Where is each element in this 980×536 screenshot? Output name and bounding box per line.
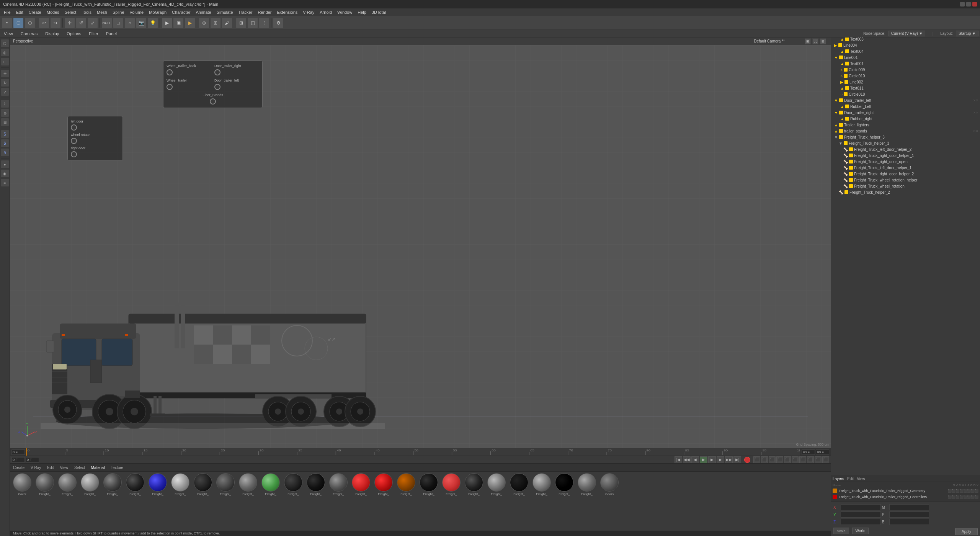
next-frame-btn[interactable]: ▶: [717, 456, 724, 463]
wheel-trailer-back-knob[interactable]: [167, 69, 173, 75]
next-key-btn[interactable]: ▶▶: [725, 456, 733, 463]
tool-live-select[interactable]: ◎: [1, 48, 9, 57]
prev-frame-btn[interactable]: ◀: [691, 456, 699, 463]
render-region[interactable]: ▣: [173, 18, 184, 28]
record-btn[interactable]: [744, 457, 750, 463]
tool-spline-3[interactable]: §: [1, 148, 9, 157]
material-freight-18[interactable]: Freight_: [554, 473, 575, 496]
scene-tree[interactable]: ▲ Text002 ⬛⬛⬛⬛ ▶ Line003 ▲ Text003 ▶ Lin…: [831, 23, 980, 475]
door-trailer-left-knob[interactable]: [214, 84, 220, 90]
close-btn[interactable]: [972, 2, 977, 7]
tool-scale[interactable]: ⤢: [87, 18, 98, 28]
transport-extra-4[interactable]: ⬛: [776, 456, 783, 463]
tree-item-rubber-left[interactable]: ▲ Rubber_Left: [831, 103, 980, 109]
tb2-cameras[interactable]: Cameras: [18, 31, 40, 37]
layer-geometry[interactable]: Freight_Truck_with_Futuristic_Trailer_Ri…: [833, 488, 978, 494]
menu-select[interactable]: Select: [62, 9, 79, 15]
menu-extensions[interactable]: Extensions: [274, 9, 300, 15]
transport-extra-7[interactable]: ⬛: [799, 456, 806, 463]
material-freight-16[interactable]: Freight_: [508, 473, 530, 496]
floor-stands-knob[interactable]: [210, 98, 216, 105]
tree-item-left-door-helper-1[interactable]: 🦴 Freight_Truck_left_door_helper_1: [831, 165, 980, 171]
tree-item-wheel-rotation[interactable]: 🦴 Freight_Truck_wheel_rotation: [831, 183, 980, 189]
material-freight-2[interactable]: Freight_: [57, 473, 78, 496]
tool-extra-left[interactable]: ≡: [1, 178, 9, 187]
material-freight-17[interactable]: Freight_: [531, 473, 552, 496]
material-freight-1[interactable]: Freight_: [34, 473, 56, 496]
current-frame-input[interactable]: [11, 449, 25, 455]
material-freight-11[interactable]: Freight_: [305, 473, 327, 496]
mat-tab-vray[interactable]: V-Ray: [29, 465, 42, 471]
menu-character[interactable]: Character: [170, 9, 193, 15]
tree-item-freight-helper-2[interactable]: 🦴 Freight_Truck_helper_2: [831, 189, 980, 195]
menu-help[interactable]: Help: [355, 9, 369, 15]
transport-extra-10[interactable]: ⬛: [822, 456, 829, 463]
frame-number-input2[interactable]: [26, 457, 39, 462]
tree-item-trailer-lighters[interactable]: ▲ Trailer_lighters: [831, 122, 980, 128]
viewport-mode-2[interactable]: ◫: [247, 18, 258, 28]
window-controls[interactable]: [960, 2, 977, 7]
tb2-filter[interactable]: Filter: [87, 31, 100, 37]
end-frame-input[interactable]: [802, 449, 815, 455]
node-space-dropdown[interactable]: Current (V-Ray) ▼: [889, 31, 926, 36]
prev-key-btn[interactable]: ◀◀: [683, 456, 691, 463]
coord-z-input[interactable]: [841, 519, 881, 525]
tool-bridge[interactable]: ⊞: [1, 118, 9, 126]
transport-extra-6[interactable]: ⬛: [792, 456, 799, 463]
material-freight-3[interactable]: Freight_: [79, 473, 101, 496]
right-door-knob[interactable]: [71, 151, 77, 157]
tab-layers-edit[interactable]: Edit: [847, 477, 854, 481]
menu-file[interactable]: File: [2, 9, 13, 15]
tree-item-line002[interactable]: ▶ Line002: [831, 79, 980, 85]
mat-tab-edit[interactable]: Edit: [46, 465, 55, 471]
material-freight-5[interactable]: Freight_: [124, 473, 146, 496]
tree-item-right-door-helper-1[interactable]: 🦴 Freight_Truck_right_door_helper_1: [831, 152, 980, 159]
material-freight-7[interactable]: Freight_: [192, 473, 214, 496]
tab-layers-view[interactable]: View: [857, 477, 865, 481]
tree-item-right-door-open[interactable]: 🦴 Freight_Truck_right_door_open: [831, 159, 980, 165]
mat-tab-material[interactable]: Material: [90, 465, 106, 471]
tb2-display[interactable]: Display: [43, 31, 61, 37]
tree-item-wheel-rotation-helper[interactable]: 🦴 Freight_Truck_wheel_rotation_helper: [831, 177, 980, 183]
wheel-rotate-knob[interactable]: [71, 138, 77, 144]
tool-undo[interactable]: ↩: [39, 18, 49, 28]
tree-item-freight-helper-3b[interactable]: ▼ Freight_Truck_helper_3: [831, 140, 980, 146]
tool-move[interactable]: ✛: [64, 18, 75, 28]
render-final[interactable]: ▶: [185, 18, 195, 28]
menu-mograph[interactable]: MoGraph: [147, 9, 169, 15]
menu-create[interactable]: Create: [26, 9, 44, 15]
viewport-mode-3[interactable]: ⋮: [259, 18, 270, 28]
obj-sphere[interactable]: ○: [124, 18, 135, 28]
tree-item-right-door-helper-2[interactable]: 🦴 Freight_Truck_right_door_helper_2: [831, 171, 980, 177]
tool-rotate-2[interactable]: ↻: [1, 78, 9, 87]
material-freight-19[interactable]: Freight_: [576, 473, 598, 496]
coord-y-input[interactable]: [841, 511, 881, 518]
tree-item-text004[interactable]: ▲ Text004: [831, 48, 980, 54]
material-freight-red1[interactable]: Freight_: [350, 473, 372, 496]
transport-extra-5[interactable]: ⬛: [784, 456, 791, 463]
layer-controllers[interactable]: Freight_Truck_with_Futuristic_Trailer_Ri…: [833, 494, 978, 500]
mode-scene[interactable]: ⬡: [24, 18, 35, 28]
viewport-btn-3[interactable]: ⊟: [820, 38, 826, 44]
tool-rect-select[interactable]: □: [1, 57, 9, 66]
apply-button[interactable]: Apply: [955, 528, 978, 535]
door-trailer-right-knob[interactable]: [214, 69, 220, 75]
tree-item-circle018[interactable]: ○ Circle018: [831, 91, 980, 97]
left-door-knob[interactable]: [71, 124, 77, 131]
menu-animate[interactable]: Animate: [193, 9, 213, 15]
menu-spline[interactable]: Spline: [110, 9, 127, 15]
tool-loop[interactable]: ⊕: [1, 109, 9, 117]
material-freight-8[interactable]: Freight_: [215, 473, 236, 496]
play-btn[interactable]: ▶: [700, 456, 707, 463]
transport-extra-1[interactable]: ⬛: [753, 456, 760, 463]
coord-b-input[interactable]: [889, 519, 929, 525]
tree-item-text001[interactable]: ▲ Text001: [831, 60, 980, 67]
mat-tab-texture[interactable]: Texture: [109, 465, 125, 471]
mode-points[interactable]: •: [2, 18, 12, 28]
menu-modes[interactable]: Modes: [44, 9, 62, 15]
menu-render[interactable]: Render: [255, 9, 274, 15]
material-freight-red2[interactable]: Freight_: [373, 473, 394, 496]
tool-paint-1[interactable]: ●: [1, 160, 9, 168]
material-freight-14[interactable]: Freight_: [463, 473, 485, 496]
menu-tracker[interactable]: Tracker: [236, 9, 255, 15]
